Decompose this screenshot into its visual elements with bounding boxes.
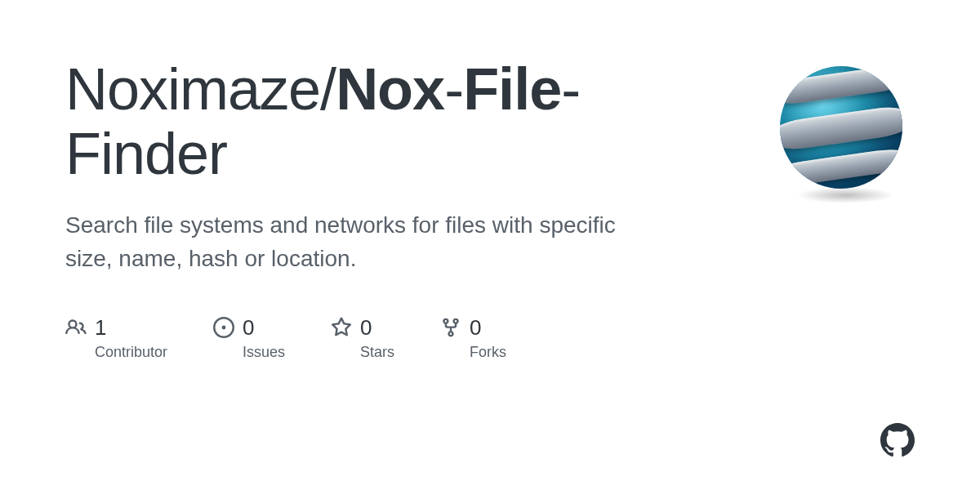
stars-label: Stars: [360, 344, 394, 361]
repo-title: Noximaze/Nox-File-Finder: [65, 57, 637, 186]
stat-top: 0: [331, 315, 372, 341]
issue-icon: [213, 317, 234, 338]
repo-owner: Noximaze: [65, 56, 320, 122]
repo-name-part: File: [463, 56, 561, 122]
contributors-label: Contributor: [95, 344, 167, 361]
repo-avatar: [776, 62, 915, 201]
stat-issues: 0 Issues: [213, 315, 285, 361]
people-icon: [65, 317, 87, 338]
repo-separator: /: [320, 56, 336, 122]
forks-count: 0: [470, 315, 481, 341]
contributors-count: 1: [95, 315, 106, 341]
stat-top: 1: [65, 315, 106, 341]
sphere-logo: [780, 66, 911, 197]
github-icon: [880, 423, 915, 457]
stars-count: 0: [360, 315, 372, 341]
repo-stats: 1 Contributor 0 Issues 0 Stars: [65, 315, 915, 361]
issues-count: 0: [243, 315, 254, 341]
stat-stars: 0 Stars: [331, 315, 394, 361]
repo-name-dash: -: [444, 56, 463, 122]
repo-name-part: Nox: [336, 56, 444, 122]
issues-label: Issues: [243, 344, 285, 361]
forks-label: Forks: [470, 344, 506, 361]
repo-card: Noximaze/Nox-File-Finder Search file sys…: [0, 0, 980, 490]
repo-name-part: Finder: [65, 121, 227, 186]
repo-name-dash: -: [561, 56, 580, 122]
stat-top: 0: [440, 315, 481, 341]
fork-icon: [440, 317, 461, 338]
stat-top: 0: [213, 315, 254, 341]
repo-description: Search file systems and networks for fil…: [65, 209, 637, 275]
stat-contributors: 1 Contributor: [65, 315, 167, 361]
stat-forks: 0 Forks: [440, 315, 506, 361]
star-icon: [331, 317, 352, 338]
